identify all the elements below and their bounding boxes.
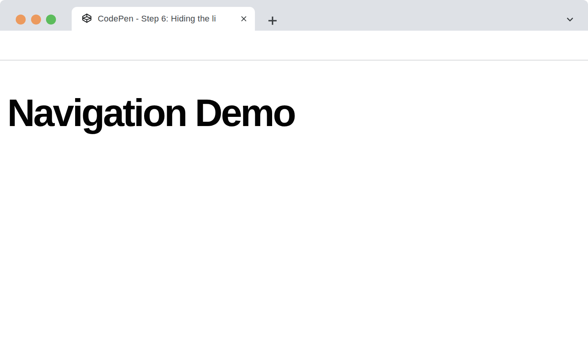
window-minimize-button[interactable] [31, 15, 41, 25]
window-close-button[interactable] [16, 15, 26, 25]
window-controls [16, 15, 56, 25]
tab-strip: CodePen - Step 6: Hiding the li [0, 0, 588, 31]
new-tab-button[interactable] [266, 14, 279, 27]
tab-search-button[interactable] [563, 14, 577, 25]
window-zoom-button[interactable] [46, 15, 56, 25]
page-title: Navigation Demo [7, 93, 294, 132]
page-content: Navigation Demo [0, 61, 588, 363]
chevron-down-icon [565, 15, 575, 25]
x-icon [240, 15, 248, 23]
browser-tab-active[interactable]: CodePen - Step 6: Hiding the li [72, 7, 255, 31]
codepen-logo-icon [82, 13, 92, 25]
browser-window: CodePen - Step 6: Hiding the li [0, 0, 588, 364]
browser-toolbar: cdpn.io/pen/debug/dymzOzM [0, 31, 588, 61]
tab-title: CodePen - Step 6: Hiding the li [98, 13, 235, 25]
nav-menu-button[interactable] [559, 77, 574, 89]
plus-icon [267, 15, 278, 26]
tab-close-button[interactable] [239, 14, 249, 24]
